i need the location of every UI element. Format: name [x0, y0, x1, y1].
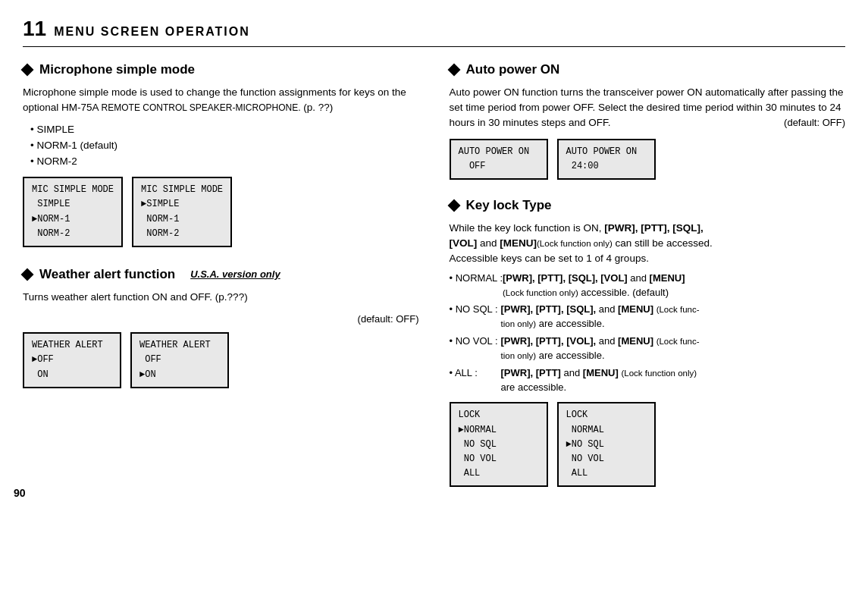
screen-line: MIC SIMPLE MODE: [32, 183, 114, 197]
section-autopower: Auto power ON Auto power ON function tur…: [450, 61, 846, 180]
remote-control-caps: REMOTE CONTROL SPEAKER-MICROPHONE.: [102, 102, 301, 113]
screen-line: NORM‑2: [32, 227, 114, 241]
list-item: NORM-2: [30, 155, 419, 169]
mic-screen-2: MIC SIMPLE MODE ►SIMPLE NORM‑1 NORM‑2: [132, 177, 232, 247]
section-title-autopower: Auto power ON: [450, 61, 846, 79]
list-item: • ALL : [PWR], [PTT] and [MENU] (Lock fu…: [450, 366, 846, 395]
microphone-bullet-list: SIMPLE NORM-1 (default) NORM-2: [30, 123, 419, 169]
screen-line: NORMAL: [566, 423, 647, 438]
section-title-keylock: Key lock Type: [450, 196, 846, 215]
weather-title: Weather alert function: [39, 265, 175, 284]
chapter-title: MENU SCREEN OPERATION: [54, 24, 250, 40]
left-column: Microphone simple mode Microphone simple…: [23, 61, 419, 493]
weather-screens-row: WEATHER ALERT ►OFF ON WEATHER ALERT OFF …: [23, 332, 419, 388]
weather-default-note: (default: OFF): [23, 312, 419, 326]
section-title-microphone: Microphone simple mode: [23, 61, 419, 79]
section-keylock: Key lock Type While the key lock functio…: [450, 196, 846, 487]
autopower-screens-row: AUTO POWER ON OFF AUTO POWER ON 24:00: [450, 139, 846, 180]
list-item: SIMPLE: [30, 123, 419, 137]
screen-line: MIC SIMPLE MODE: [141, 183, 223, 197]
diamond-icon: [447, 64, 460, 77]
list-item: • NO VOL : [PWR], [PTT], [VOL], and [MEN…: [450, 334, 846, 363]
weather-body: Turns weather alert function ON and OFF.…: [23, 290, 419, 305]
screen-line: NORM‑1: [141, 212, 223, 227]
autopower-screen-2: AUTO POWER ON 24:00: [557, 139, 656, 180]
mic-screens-row: MIC SIMPLE MODE SIMPLE ►NORM‑1 NORM‑2 MI…: [23, 177, 419, 247]
weather-screen-1: WEATHER ALERT ►OFF ON: [23, 332, 121, 388]
screen-line: ►SIMPLE: [141, 197, 223, 212]
keylock-body: While the key lock function is ON, [PWR]…: [450, 221, 846, 267]
list-item: • NO SQL : [PWR], [PTT], [SQL], and [MEN…: [450, 303, 846, 331]
screen-line: LOCK: [459, 408, 539, 422]
lock-screen-2: LOCK NORMAL ►NO SQL NO VOL ALL: [557, 402, 656, 487]
diamond-icon: [21, 64, 34, 77]
list-item: • NORMAL : [PWR], [PTT], [SQL], [VOL] an…: [450, 272, 846, 300]
screen-line: LOCK: [566, 408, 647, 422]
list-item: NORM-1 (default): [30, 139, 419, 153]
lock-screens-row: LOCK ►NORMAL NO SQL NO VOL ALL LOCK NORM…: [450, 402, 846, 487]
diamond-icon: [21, 268, 34, 281]
page-header: 11 MENU SCREEN OPERATION: [23, 14, 845, 47]
screen-line: AUTO POWER ON: [566, 145, 647, 159]
lock-screen-1: LOCK ►NORMAL NO SQL NO VOL ALL: [450, 402, 548, 487]
right-column: Auto power ON Auto power ON function tur…: [450, 61, 846, 493]
screen-line: ►NORMAL: [459, 423, 539, 438]
screen-line: AUTO POWER ON: [459, 145, 539, 159]
section-microphone: Microphone simple mode Microphone simple…: [23, 61, 419, 247]
screen-line: NO VOL: [459, 452, 539, 466]
chapter-number: 11: [23, 14, 46, 43]
screen-line: WEATHER ALERT: [139, 338, 220, 353]
screen-line: ON: [32, 368, 112, 382]
screen-line: OFF: [459, 159, 539, 174]
screen-line: WEATHER ALERT: [32, 338, 112, 353]
diamond-icon: [447, 199, 460, 212]
microphone-body: Microphone simple mode is used to change…: [23, 85, 419, 116]
keylock-list: • NORMAL : [PWR], [PTT], [SQL], [VOL] an…: [450, 272, 846, 395]
section-weather: Weather alert function U.S.A. version on…: [23, 265, 419, 388]
screen-line: NO VOL: [566, 452, 647, 466]
screen-line: NORM‑2: [141, 227, 223, 241]
screen-line: ALL: [566, 466, 647, 481]
screen-line: SIMPLE: [32, 197, 114, 212]
screen-line: OFF: [139, 353, 220, 367]
screen-line: 24:00: [566, 159, 647, 174]
screen-line: NO SQL: [459, 438, 539, 452]
autopower-screen-1: AUTO POWER ON OFF: [450, 139, 548, 180]
screen-line: ►OFF: [32, 353, 112, 367]
content-grid: Microphone simple mode Microphone simple…: [23, 61, 845, 493]
screen-line: ►NO SQL: [566, 438, 647, 452]
screen-line: ALL: [459, 466, 539, 481]
autopower-default-note: (default: OFF): [784, 115, 845, 130]
screen-line: ►ON: [139, 368, 220, 382]
autopower-body: Auto power ON function turns the transce…: [450, 85, 846, 131]
screen-line: ►NORM‑1: [32, 212, 114, 227]
weather-header: Weather alert function U.S.A. version on…: [23, 265, 419, 284]
weather-screen-2: WEATHER ALERT OFF ►ON: [130, 332, 229, 388]
page: 11 MENU SCREEN OPERATION Microphone simp…: [0, 0, 868, 508]
mic-screen-1: MIC SIMPLE MODE SIMPLE ►NORM‑1 NORM‑2: [23, 177, 123, 247]
usa-version-note: U.S.A. version only: [190, 268, 280, 281]
page-number: 90: [14, 486, 26, 501]
